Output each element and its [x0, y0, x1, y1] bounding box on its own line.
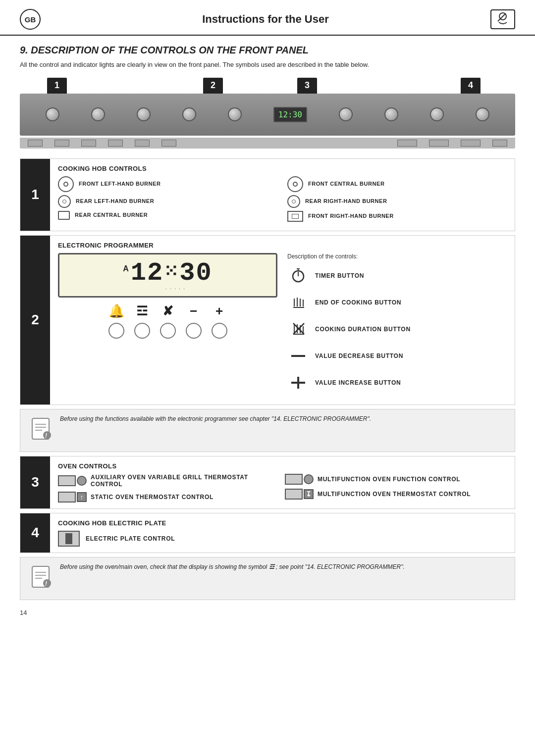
oven-left: AUXILIARY OVEN VARIABLE GRILL THERMOSTAT… [58, 474, 280, 503]
country-badge: GB [20, 9, 41, 30]
hob-controls-grid: FRONT LEFT-HAND BURNER REAR LEFT-HAND BU… [58, 176, 507, 225]
arrow-static: ↑ [77, 492, 87, 502]
static-icon: ↑ [58, 492, 87, 503]
rear-left-burner-icon [58, 195, 71, 208]
section-box-4: 4 COOKING HOB ELECTRIC PLATE ELECTRIC PL… [20, 513, 515, 553]
note-icon-1: ! [28, 416, 53, 446]
note-box-1: ! Before using the functions available w… [20, 409, 515, 452]
btn-plus-col: + [212, 303, 227, 339]
programmer-buttons-row: 🔔 ☲ ✘ − [58, 303, 277, 339]
section-1-content: COOKING HOB CONTROLS FRONT LEFT-HAND BUR… [50, 159, 515, 231]
btn-minus-col: − [186, 303, 202, 339]
page-content: 9. DESCRIPTION OF THE CONTROLS ON THE FR… [0, 36, 535, 631]
hob-row-front-right: FRONT RIGHT-HAND BURNER [287, 211, 507, 222]
value-decrease-icon [287, 345, 309, 367]
multifunction-thermostat-label: MULTIFUNCTION OVEN THERMOSTAT CONTROL [318, 491, 471, 498]
programmer-left: A 12⁙30 ..... 🔔 ☲ [58, 253, 277, 399]
cooking-hob-title: COOKING HOB CONTROLS [58, 165, 507, 172]
hob-row-front-central: FRONT CENTRAL BURNER [287, 176, 507, 192]
multifunction-icon [285, 474, 314, 485]
ctrl-value-increase: VALUE INCREASE BUTTON [287, 372, 507, 394]
indicator-7 [397, 140, 417, 147]
rear-central-label: REAR CENTRAL BURNER [75, 212, 148, 218]
rear-central-burner-icon [58, 211, 70, 220]
flame-cross-button[interactable] [160, 323, 176, 339]
display-dots: ..... [69, 284, 266, 290]
flame-lines-button[interactable] [134, 323, 150, 339]
section-box-2: 2 ELECTRONIC PROGRAMMER A 12⁙30 ..... [20, 235, 515, 405]
display-a-label: A [123, 264, 129, 273]
indicator-9 [461, 140, 481, 147]
arrow-multi2: ↧ [304, 489, 314, 499]
flame-lines-symbol: ☲ [136, 303, 148, 319]
knob-1 [46, 107, 59, 121]
timer-icon [287, 265, 309, 287]
num-label-4: 4 [461, 78, 481, 94]
burner-inner-dot [63, 182, 68, 187]
aux-grill-icon [58, 475, 87, 486]
hob-left-col: FRONT LEFT-HAND BURNER REAR LEFT-HAND BU… [58, 176, 277, 225]
minus-symbol: − [190, 303, 197, 319]
ctrl-value-decrease: VALUE DECREASE BUTTON [287, 345, 507, 367]
multifunction-label: MULTIFUNCTION OVEN FUNCTION CONTROL [318, 476, 460, 483]
hob-right-col: FRONT CENTRAL BURNER REAR RIGHT-HAND BUR… [287, 176, 507, 225]
electric-plate-icon [58, 531, 80, 547]
indicator-2 [54, 140, 69, 147]
plate-inner-rect [65, 533, 72, 544]
indicator-5 [135, 140, 150, 147]
indicator-3 [81, 140, 96, 147]
indicator-10 [492, 140, 507, 147]
rect-main-static [58, 492, 76, 503]
knob-5 [228, 107, 242, 121]
burner-inner-dot-3 [293, 182, 298, 187]
burner-inner-dot-4 [292, 200, 296, 203]
plus-button[interactable] [212, 323, 227, 339]
oven-right: MULTIFUNCTION OVEN FUNCTION CONTROL ↧ MU… [285, 474, 507, 503]
section-3-content: OVEN CONTROLS AUXILIARY OVEN VARIABLE GR… [50, 456, 515, 508]
appliance-display: 12:30 [273, 107, 307, 122]
bell-symbol: 🔔 [108, 303, 124, 319]
knob-8 [430, 107, 444, 121]
intro-text: All the control and indicator lights are… [20, 60, 515, 70]
rect-inner [292, 214, 299, 219]
front-right-label: FRONT RIGHT-HAND BURNER [308, 213, 394, 219]
btn-flame-lines-col: ☲ [134, 303, 150, 339]
display-row: A 12⁙30 [69, 260, 266, 286]
circle-aux [77, 476, 87, 486]
hob-row-rear-right: REAR RIGHT-HAND BURNER [287, 195, 507, 208]
section-number-1: 1 [20, 159, 50, 231]
oven-aux-grill: AUXILIARY OVEN VARIABLE GRILL THERMOSTAT… [58, 474, 280, 488]
section-number-4: 4 [20, 513, 50, 553]
ctrl-end-cooking: END OF COOKING BUTTON [287, 292, 507, 313]
knob-2 [91, 107, 105, 121]
electric-plate-title: COOKING HOB ELECTRIC PLATE [58, 519, 507, 527]
section-box-1: 1 COOKING HOB CONTROLS FRONT LEFT-HAND B… [20, 158, 515, 231]
burner-inner-dot-2 [62, 200, 66, 203]
ctrl-timer: TIMER BUTTON [287, 265, 507, 287]
programmer-right: Description of the controls: TIMER [287, 253, 507, 399]
hob-row-rear-left: REAR LEFT-HAND BURNER [58, 195, 277, 208]
rear-right-label: REAR RIGHT-HAND BURNER [305, 198, 387, 204]
cooking-duration-label: COOKING DURATION BUTTON [315, 326, 411, 333]
programmer-layout: A 12⁙30 ..... 🔔 ☲ [58, 253, 507, 399]
rect-main-multi2 [285, 489, 303, 500]
timer-label: TIMER BUTTON [315, 272, 364, 279]
indicator-4 [108, 140, 123, 147]
no-children-icon [490, 9, 515, 29]
note-icon-2: ! [28, 564, 53, 594]
num-label-2: 2 [203, 78, 223, 94]
section-box-3: 3 OVEN CONTROLS AUXILIARY OVEN VARIABLE … [20, 456, 515, 509]
electric-plate-row: ELECTRIC PLATE CONTROL [58, 531, 507, 547]
description-label: Description of the controls: [287, 253, 507, 260]
plus-symbol: + [215, 303, 223, 319]
hob-row-front-left: FRONT LEFT-HAND BURNER [58, 176, 277, 192]
minus-button[interactable] [186, 323, 202, 339]
bell-button[interactable] [108, 323, 124, 339]
oven-multifunction: MULTIFUNCTION OVEN FUNCTION CONTROL [285, 474, 507, 485]
indicator-6 [161, 140, 176, 147]
svg-point-30 [43, 579, 51, 587]
multifunc-thermo-icon: ↧ [285, 489, 314, 500]
rect-main-aux [58, 475, 76, 486]
num-label-1: 1 [47, 78, 67, 94]
btn-flame-cross-col: ✘ [160, 303, 176, 339]
